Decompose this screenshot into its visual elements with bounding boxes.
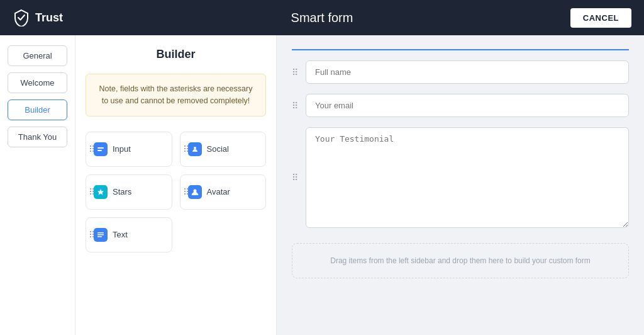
testimonial-textarea[interactable]	[306, 127, 629, 228]
widget-grid: ⠿ Input ⠿ Social ⠿ Stars	[86, 132, 266, 253]
app-header: Trust Smart form CANCEL	[0, 0, 644, 35]
drag-dots-email: ⠿	[292, 101, 298, 111]
drag-handle-input: ⠿	[89, 144, 95, 154]
svg-rect-1	[97, 150, 102, 151]
svg-rect-7	[97, 236, 102, 237]
sidebar-item-welcome[interactable]: Welcome	[8, 72, 67, 93]
notice-box: Note, fields with the asterisks are nece…	[86, 74, 266, 116]
widget-text-label: Text	[113, 230, 128, 239]
widget-stars-label: Stars	[113, 187, 131, 196]
drag-handle-text: ⠿	[89, 230, 95, 240]
svg-marker-3	[97, 189, 104, 195]
drag-handle-social: ⠿	[183, 144, 189, 154]
sidebar-item-general[interactable]: General	[8, 45, 67, 66]
stars-icon	[94, 185, 108, 199]
page-title: Smart form	[291, 11, 353, 25]
main-content: General Welcome Builder Thank You Builde…	[0, 35, 644, 335]
builder-title: Builder	[86, 48, 266, 61]
svg-rect-5	[97, 232, 104, 234]
logo-icon	[13, 9, 30, 26]
drag-handle-avatar: ⠿	[183, 187, 189, 197]
svg-rect-0	[97, 147, 104, 149]
social-icon	[188, 142, 202, 156]
avatar-icon	[188, 185, 202, 199]
widget-social[interactable]: ⠿ Social	[180, 132, 267, 167]
form-field-fullname: ⠿	[292, 60, 629, 84]
cancel-button[interactable]: CANCEL	[570, 8, 631, 28]
text-icon	[94, 228, 108, 242]
widget-social-label: Social	[207, 144, 229, 154]
widget-text[interactable]: ⠿ Text	[86, 217, 172, 253]
drag-dots-testimonial: ⠿	[292, 173, 298, 183]
drop-zone: Drag items from the left sidebar and dro…	[292, 243, 629, 278]
widget-avatar[interactable]: ⠿ Avatar	[180, 174, 267, 210]
widget-avatar-label: Avatar	[207, 187, 230, 196]
preview-top-bar	[292, 45, 629, 50]
drag-dots-fullname: ⠿	[292, 67, 298, 77]
email-input[interactable]	[306, 94, 629, 117]
sidebar-item-builder[interactable]: Builder	[8, 99, 67, 120]
widget-input-label: Input	[113, 144, 131, 154]
form-field-testimonial: ⠿	[292, 127, 629, 228]
builder-panel: Builder Note, fields with the asterisks …	[75, 35, 277, 335]
svg-rect-6	[97, 234, 104, 236]
input-icon	[94, 142, 108, 156]
form-preview: ⠿ ⠿ ⠿ Drag items from the left sidebar a…	[277, 35, 644, 335]
widget-input[interactable]: ⠿ Input	[86, 132, 172, 167]
drag-handle-stars: ⠿	[89, 187, 95, 197]
logo-text: Trust	[35, 11, 63, 25]
sidebar-item-thankyou[interactable]: Thank You	[8, 127, 67, 147]
widget-stars[interactable]: ⠿ Stars	[86, 174, 172, 210]
logo: Trust	[13, 9, 63, 26]
fullname-input[interactable]	[306, 60, 629, 84]
svg-point-2	[194, 147, 196, 149]
form-field-email: ⠿	[292, 94, 629, 117]
sidebar: General Welcome Builder Thank You	[0, 35, 75, 335]
